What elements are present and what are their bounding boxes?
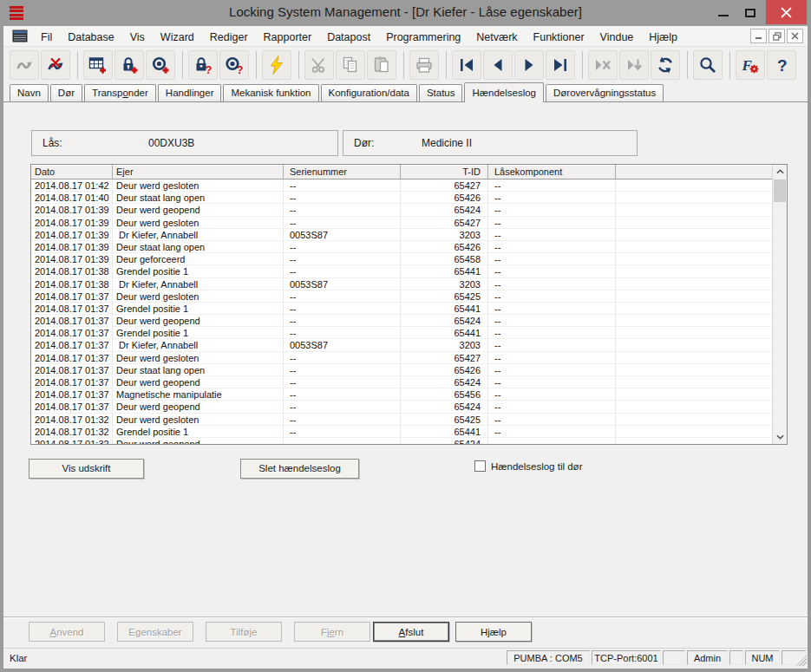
resize-grip-icon[interactable] (795, 655, 807, 666)
menu-item-rapporter[interactable]: Rapporter (256, 29, 320, 45)
table-row[interactable]: 2014.08.17 01:32Grendel positie 1--65441… (31, 426, 772, 438)
afslut-button[interactable]: Afslut (373, 622, 449, 642)
tab-hændelseslog[interactable]: Hændelseslog (464, 82, 544, 102)
table-row[interactable]: 2014.08.17 01:40Deur staat lang open--65… (31, 192, 772, 204)
next-record-button[interactable] (514, 50, 544, 80)
menu-item-rediger[interactable]: Rediger (202, 29, 256, 45)
program-button[interactable] (262, 50, 291, 80)
tab-handlinger[interactable]: Handlinger (158, 84, 222, 101)
show-printout-button[interactable]: Vis udskrift (29, 459, 144, 479)
table-cell: -- (488, 229, 616, 241)
column-header-Serienummer[interactable]: Serienummer (284, 165, 401, 179)
table-row[interactable]: 2014.08.17 01:39 Dr Kiefer, Annabell0053… (31, 229, 772, 241)
scroll-up-button[interactable] (773, 165, 787, 179)
copy-button[interactable] (336, 50, 365, 80)
scrollbar-thumb[interactable] (774, 179, 786, 202)
menu-item-netværk[interactable]: Netværk (468, 29, 525, 45)
first-record-button[interactable] (452, 50, 481, 80)
table-row[interactable]: 2014.08.17 01:37Magnetische manipulatie-… (31, 388, 772, 401)
tab-transponder[interactable]: Transponder (84, 84, 156, 101)
search-button[interactable] (693, 50, 723, 80)
disconnect-button[interactable] (41, 50, 70, 80)
mdi-restore-button[interactable] (768, 29, 785, 43)
tab-status[interactable]: Status (419, 84, 463, 101)
app-window: Locking System Management - [Dr Kiefer -… (0, 0, 811, 672)
undo-button[interactable] (10, 50, 39, 80)
tab-navn[interactable]: Navn (10, 84, 49, 101)
tab-dørovervågningsstatus[interactable]: Dørovervågningsstatus (546, 84, 664, 101)
table-row[interactable]: 2014.08.17 01:37Deur werd gesloten--6542… (31, 352, 772, 364)
event-log-to-door-checkbox[interactable] (474, 460, 486, 472)
tab-konfiguration-data[interactable]: Konfiguration/data (321, 84, 417, 101)
table-row[interactable]: 2014.08.17 01:37 Dr Kiefer, Annabell0053… (31, 339, 772, 351)
system-menu-icon[interactable] (12, 29, 28, 42)
table-row[interactable]: 2014.08.17 01:37Deur werd gesloten--6542… (31, 290, 772, 303)
menu-item-hjælp[interactable]: Hjælp (641, 29, 685, 45)
table-cell: 0053S87 (284, 229, 401, 241)
table-cell: 65424 (401, 376, 488, 388)
hjælp-button[interactable]: Hjælp (455, 622, 532, 642)
column-header-Ejer[interactable]: Ejer (113, 165, 284, 179)
goto-record-button[interactable] (619, 50, 649, 80)
minimize-button[interactable] (711, 0, 736, 25)
menu-item-datapost[interactable]: Datapost (319, 29, 378, 45)
table-row[interactable]: 2014.08.17 01:37Deur werd geopend--65424… (31, 315, 772, 327)
table-row[interactable]: 2014.08.17 01:39Deur werd gesloten--6542… (31, 217, 772, 229)
table-row[interactable]: 2014.08.17 01:32Deur werd geopend--65424… (31, 438, 772, 444)
table-cell: 2014.08.17 01:32 (31, 414, 113, 426)
paste-button[interactable] (367, 50, 396, 80)
table-row[interactable]: 2014.08.17 01:32Deur werd gesloten--6542… (31, 414, 772, 426)
tab-mekanisk-funktion[interactable]: Mekanisk funktion (223, 84, 318, 101)
cut-button[interactable] (304, 50, 334, 80)
new-transponder-button[interactable] (146, 50, 175, 80)
column-header-blank[interactable] (616, 165, 772, 179)
table-row[interactable]: 2014.08.17 01:38 Dr Kiefer, Annabell0053… (31, 278, 772, 290)
table-row[interactable]: 2014.08.17 01:37Grendel positie 1--65441… (31, 303, 772, 315)
question-icon: ? (772, 55, 791, 75)
column-header-T-ID[interactable]: T-ID (401, 165, 488, 179)
help-button[interactable]: ? (767, 50, 796, 80)
filter-settings-button[interactable]: F (736, 50, 765, 80)
tab-dør[interactable]: Dør (50, 84, 82, 101)
print-button[interactable] (409, 50, 439, 80)
menu-item-vindue[interactable]: Vindue (592, 29, 642, 45)
menu-items: FilDatabaseVisWizardRedigerRapporterData… (33, 29, 685, 44)
table-row[interactable]: 2014.08.17 01:37Deur werd geopend--65424… (31, 376, 772, 388)
maximize-button[interactable] (737, 0, 763, 25)
column-header-Låsekomponent[interactable]: Låsekomponent (488, 165, 616, 179)
menu-item-database[interactable]: Database (60, 29, 122, 45)
previous-record-button[interactable] (483, 50, 513, 80)
menu-item-programmering[interactable]: Programmering (378, 29, 468, 45)
table-cell: -- (284, 388, 401, 401)
delete-event-log-button[interactable]: Slet hændelseslog (240, 459, 359, 479)
refresh-button[interactable] (651, 50, 680, 80)
close-button[interactable] (766, 0, 807, 24)
read-transponder-button[interactable]: ? (219, 50, 249, 80)
table-row[interactable]: 2014.08.17 01:37Deur werd geopend--65424… (31, 401, 772, 413)
new-lock-button[interactable] (114, 50, 144, 80)
scroll-down-button[interactable] (773, 430, 787, 444)
column-header-Dato[interactable]: Dato (31, 165, 113, 179)
table-cell: -- (488, 438, 616, 444)
table-row[interactable]: 2014.08.17 01:38Grendel positie 1--65441… (31, 265, 772, 277)
menu-item-wizard[interactable]: Wizard (153, 29, 202, 45)
menu-item-vis[interactable]: Vis (122, 29, 153, 45)
menu-item-funktioner[interactable]: Funktioner (526, 29, 592, 45)
table-row[interactable]: 2014.08.17 01:42Deur werd gesloten--6542… (31, 179, 772, 192)
table-cell: -- (284, 217, 401, 229)
mdi-close-button[interactable] (787, 29, 803, 43)
nav-last-icon (551, 55, 570, 75)
read-lock-button[interactable]: ? (188, 50, 218, 80)
last-record-button[interactable] (546, 50, 575, 80)
table-row[interactable]: 2014.08.17 01:39Deur staat lang open--65… (31, 241, 772, 253)
new-locking-plan-button[interactable] (83, 50, 113, 80)
mdi-minimize-button[interactable] (750, 29, 767, 43)
table-row[interactable]: 2014.08.17 01:37Grendel positie 1--65441… (31, 327, 772, 339)
table-main: DatoEjerSerienummerT-IDLåsekomponent 201… (31, 165, 772, 444)
table-row[interactable]: 2014.08.17 01:39Deur geforceerd--65458-- (31, 253, 772, 265)
table-row[interactable]: 2014.08.17 01:37Deur staat lang open--65… (31, 364, 772, 376)
cancel-navigation-button[interactable] (588, 50, 618, 80)
table-row[interactable]: 2014.08.17 01:39Deur werd geopend--65424… (31, 204, 772, 216)
vertical-scrollbar[interactable] (772, 165, 787, 444)
menu-item-fil[interactable]: Fil (33, 29, 60, 45)
